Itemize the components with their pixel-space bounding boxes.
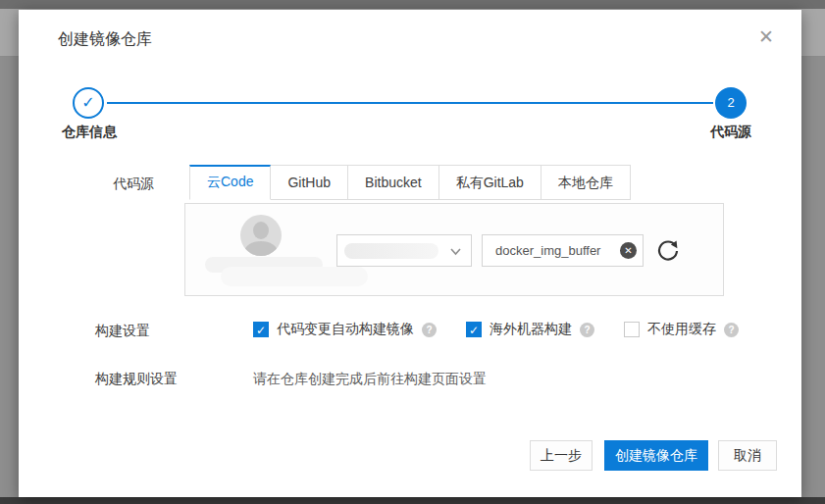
build-settings-label: 构建设置 — [95, 323, 150, 340]
tab-yun-code[interactable]: 云Code — [189, 165, 271, 200]
tab-local-repo[interactable]: 本地仓库 — [541, 165, 631, 200]
checkbox-no-cache[interactable] — [624, 322, 640, 337]
checkbox-overseas-build-label: 海外机器构建 — [490, 321, 572, 338]
close-icon[interactable]: ✕ — [754, 25, 778, 49]
build-settings-options: ✓ 代码变更自动构建镜像 ? ✓ 海外机器构建 ? 不使用缓存 ? — [253, 321, 739, 338]
checkbox-overseas-build[interactable]: ✓ — [466, 322, 482, 337]
code-source-tabs: 云Code GitHub Bitbucket 私有GitLab 本地仓库 — [189, 165, 631, 200]
tab-github[interactable]: GitHub — [271, 165, 348, 200]
tab-bitbucket[interactable]: Bitbucket — [348, 165, 439, 200]
help-icon[interactable]: ? — [580, 323, 594, 337]
project-select[interactable] — [336, 234, 472, 267]
chevron-down-icon — [449, 245, 462, 258]
avatar — [240, 215, 282, 256]
cancel-button[interactable]: 取消 — [718, 440, 777, 471]
code-source-label: 代码源 — [113, 176, 154, 193]
check-icon: ✓ — [75, 89, 102, 117]
step-2-label: 代码源 — [710, 124, 751, 141]
backdrop-bottom-bar — [0, 497, 825, 504]
checkbox-no-cache-label: 不使用缓存 — [647, 321, 716, 338]
step-1-label: 仓库信息 — [62, 124, 117, 141]
avatar-head — [253, 222, 269, 239]
create-repo-button[interactable]: 创建镜像仓库 — [604, 440, 708, 471]
checkbox-auto-build-label: 代码变更自动构建镜像 — [277, 321, 414, 338]
redacted-select-value — [344, 243, 438, 259]
backdrop-top-bar — [0, 0, 825, 9]
code-source-panel: ✕ — [184, 203, 724, 296]
step-1-circle: ✓ — [73, 87, 104, 119]
refresh-icon[interactable] — [656, 239, 680, 263]
clear-icon[interactable]: ✕ — [620, 242, 637, 259]
redacted-username-2 — [221, 267, 368, 286]
help-icon[interactable]: ? — [724, 323, 739, 337]
tab-private-gitlab[interactable]: 私有GitLab — [439, 165, 541, 200]
dialog-title: 创建镜像仓库 — [58, 29, 152, 50]
checkbox-auto-build[interactable]: ✓ — [253, 322, 269, 337]
avatar-shoulders — [244, 241, 278, 256]
stepper-connector — [107, 102, 713, 104]
create-image-repo-dialog: 创建镜像仓库 ✕ ✓ 仓库信息 2 代码源 代码源 云Code GitHub B… — [19, 10, 801, 497]
previous-step-button[interactable]: 上一步 — [530, 440, 593, 471]
step-2-circle: 2 — [715, 87, 747, 119]
build-rules-label: 构建规则设置 — [95, 371, 178, 388]
help-icon[interactable]: ? — [422, 323, 437, 337]
build-rules-note: 请在仓库创建完成后前往构建页面设置 — [253, 371, 487, 388]
